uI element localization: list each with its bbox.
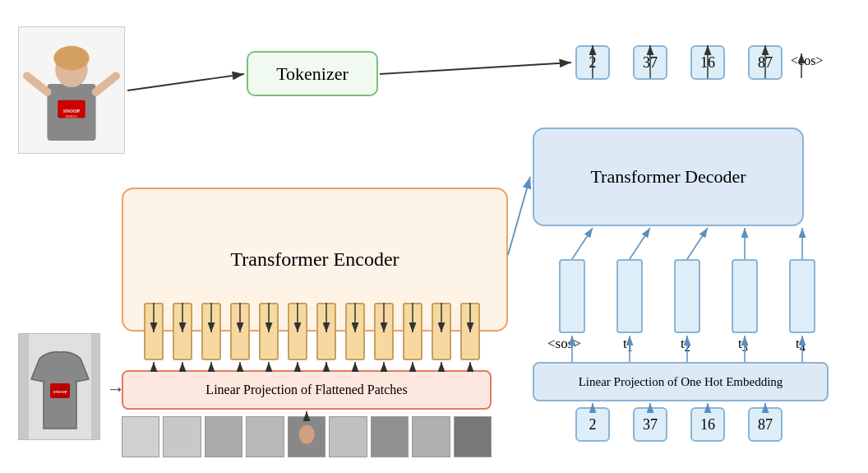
output-token-16: 16 xyxy=(690,45,725,80)
svg-text:SNOOP: SNOOP xyxy=(63,109,81,114)
patch-1 xyxy=(122,416,159,457)
lp-onehot-box: Linear Projection of One Hot Embedding xyxy=(533,362,829,401)
svg-rect-13 xyxy=(91,334,100,440)
svg-rect-12 xyxy=(19,334,29,440)
svg-line-27 xyxy=(687,228,708,259)
lp-onehot-label: Linear Projection of One Hot Embedding xyxy=(579,375,783,389)
svg-line-18 xyxy=(127,74,244,90)
patch-col-3 xyxy=(201,303,221,360)
t3-label: t3 xyxy=(738,336,748,355)
patch-strip xyxy=(122,414,492,459)
patch-col-9 xyxy=(374,303,394,360)
patch-3 xyxy=(205,416,242,457)
encoder-label: Transformer Encoder xyxy=(230,248,399,271)
svg-line-25 xyxy=(572,228,593,259)
svg-text:DOGG: DOGG xyxy=(66,114,78,118)
patch-4 xyxy=(246,416,284,457)
patch-col-2 xyxy=(173,303,192,360)
patch-col-6 xyxy=(288,303,307,360)
tokenizer-label: Tokenizer xyxy=(276,63,349,85)
patch-col-7 xyxy=(316,303,336,360)
decoder-label: Transformer Decoder xyxy=(590,166,746,188)
output-token-37: 37 xyxy=(633,45,667,80)
small-image: SNOOP xyxy=(18,333,100,440)
input-token-87: 87 xyxy=(748,407,783,442)
patch-col-8 xyxy=(345,303,365,360)
decoder-col-sos xyxy=(559,259,585,333)
decoder-box: Transformer Decoder xyxy=(533,128,804,226)
t1-label: t1 xyxy=(623,336,633,355)
svg-line-19 xyxy=(380,63,571,74)
input-token-37: 37 xyxy=(633,407,667,442)
patch-6 xyxy=(329,416,367,457)
svg-point-3 xyxy=(53,46,89,71)
patch-9 xyxy=(454,416,492,457)
decoder-col-t2 xyxy=(674,259,700,333)
decoder-col-t1 xyxy=(616,259,643,333)
lp-patches-box: Linear Projection of Flattened Patches xyxy=(122,370,492,410)
patch-5 xyxy=(288,416,326,457)
patch-col-5 xyxy=(259,303,279,360)
input-token-16: 16 xyxy=(690,407,725,442)
svg-line-39 xyxy=(508,177,530,255)
svg-text:SNOOP: SNOOP xyxy=(53,390,67,394)
t2-label: t2 xyxy=(681,336,690,355)
output-token-87: 87 xyxy=(748,45,783,80)
decoder-col-t4 xyxy=(789,259,815,333)
patch-col-12 xyxy=(460,303,480,360)
diagram: SNOOP DOGG SNOOP → Tokenizer Transformer… xyxy=(0,0,868,473)
tokenizer-box: Tokenizer xyxy=(247,51,378,96)
lp-patches-label: Linear Projection of Flattened Patches xyxy=(205,383,407,397)
decoder-col-t3 xyxy=(732,259,758,333)
patch-col-1 xyxy=(144,303,164,360)
t4-label: t4 xyxy=(796,336,806,355)
patch-col-11 xyxy=(432,303,451,360)
patch-7 xyxy=(371,416,409,457)
patch-8 xyxy=(412,416,450,457)
sos-label: <sos> xyxy=(547,336,581,352)
svg-point-15 xyxy=(298,424,314,443)
patch-2 xyxy=(163,416,201,457)
patch-col-4 xyxy=(230,303,250,360)
output-token-2: 2 xyxy=(575,45,610,80)
patch-col-10 xyxy=(403,303,422,360)
svg-line-26 xyxy=(630,228,650,259)
eos-label: <eos> xyxy=(791,53,823,68)
main-image: SNOOP DOGG xyxy=(18,26,125,154)
input-token-2: 2 xyxy=(575,407,610,442)
